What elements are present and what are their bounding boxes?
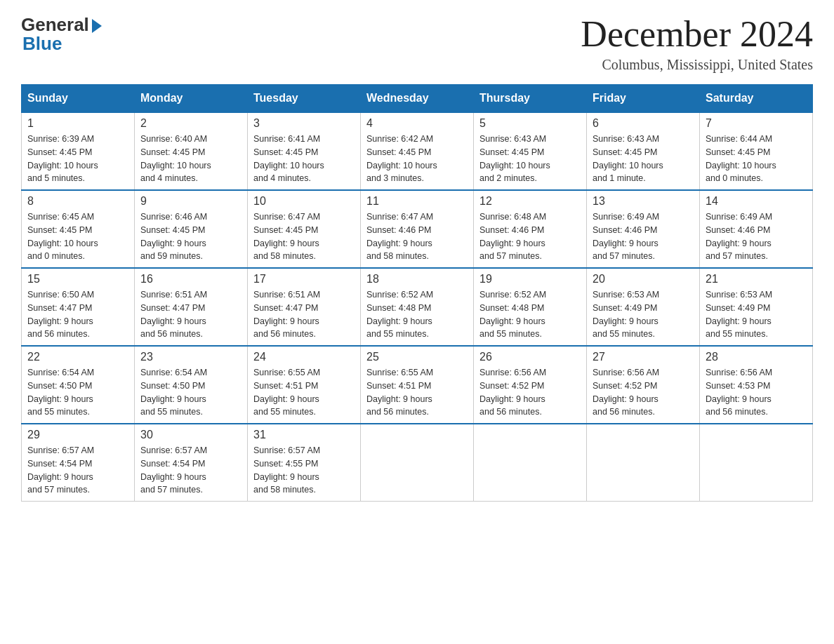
weekday-header-sunday: Sunday	[22, 85, 135, 113]
day-info: Sunrise: 6:57 AMSunset: 4:54 PMDaylight:…	[140, 444, 241, 497]
day-info: Sunrise: 6:49 AMSunset: 4:46 PMDaylight:…	[706, 210, 807, 263]
day-cell: 20Sunrise: 6:53 AMSunset: 4:49 PMDayligh…	[587, 268, 700, 346]
day-info: Sunrise: 6:52 AMSunset: 4:48 PMDaylight:…	[479, 288, 581, 341]
day-info: Sunrise: 6:47 AMSunset: 4:46 PMDaylight:…	[366, 210, 468, 263]
day-cell: 5Sunrise: 6:43 AMSunset: 4:45 PMDaylight…	[474, 112, 587, 190]
day-number: 3	[253, 117, 355, 130]
day-number: 24	[253, 351, 355, 363]
day-number: 23	[140, 351, 241, 363]
day-number: 9	[140, 195, 241, 208]
day-number: 14	[706, 195, 807, 208]
day-number: 5	[479, 117, 581, 130]
day-cell: 8Sunrise: 6:45 AMSunset: 4:45 PMDaylight…	[22, 190, 135, 268]
day-number: 17	[253, 273, 355, 286]
week-row-2: 8Sunrise: 6:45 AMSunset: 4:45 PMDaylight…	[22, 190, 813, 268]
day-number: 21	[706, 273, 807, 286]
day-number: 4	[366, 117, 468, 130]
day-number: 12	[479, 195, 581, 208]
day-cell: 14Sunrise: 6:49 AMSunset: 4:46 PMDayligh…	[700, 190, 813, 268]
title-block: December 2024 Columbus, Mississippi, Uni…	[581, 14, 813, 73]
weekday-header-friday: Friday	[587, 85, 700, 113]
day-cell: 4Sunrise: 6:42 AMSunset: 4:45 PMDaylight…	[361, 112, 474, 190]
day-number: 25	[366, 351, 468, 363]
day-cell: 13Sunrise: 6:49 AMSunset: 4:46 PMDayligh…	[587, 190, 700, 268]
location-title: Columbus, Mississippi, United States	[581, 57, 813, 73]
day-number: 27	[593, 351, 694, 363]
week-row-4: 22Sunrise: 6:54 AMSunset: 4:50 PMDayligh…	[22, 346, 813, 424]
day-info: Sunrise: 6:44 AMSunset: 4:45 PMDaylight:…	[706, 133, 807, 185]
day-cell: 28Sunrise: 6:56 AMSunset: 4:53 PMDayligh…	[700, 346, 813, 424]
day-cell: 2Sunrise: 6:40 AMSunset: 4:45 PMDaylight…	[135, 112, 248, 190]
day-number: 7	[706, 117, 807, 130]
weekday-header-monday: Monday	[135, 85, 248, 113]
day-info: Sunrise: 6:41 AMSunset: 4:45 PMDaylight:…	[253, 133, 355, 185]
day-cell: 26Sunrise: 6:56 AMSunset: 4:52 PMDayligh…	[474, 346, 587, 424]
weekday-header-thursday: Thursday	[474, 85, 587, 113]
day-cell: 12Sunrise: 6:48 AMSunset: 4:46 PMDayligh…	[474, 190, 587, 268]
week-row-5: 29Sunrise: 6:57 AMSunset: 4:54 PMDayligh…	[22, 424, 813, 502]
day-cell: 29Sunrise: 6:57 AMSunset: 4:54 PMDayligh…	[22, 424, 135, 502]
day-number: 8	[27, 195, 128, 208]
day-cell: 31Sunrise: 6:57 AMSunset: 4:55 PMDayligh…	[248, 424, 361, 502]
week-row-1: 1Sunrise: 6:39 AMSunset: 4:45 PMDaylight…	[22, 112, 813, 190]
day-cell: 11Sunrise: 6:47 AMSunset: 4:46 PMDayligh…	[361, 190, 474, 268]
day-info: Sunrise: 6:52 AMSunset: 4:48 PMDaylight:…	[366, 288, 468, 341]
day-info: Sunrise: 6:57 AMSunset: 4:54 PMDaylight:…	[27, 444, 128, 497]
day-cell: 6Sunrise: 6:43 AMSunset: 4:45 PMDaylight…	[587, 112, 700, 190]
day-number: 11	[366, 195, 468, 208]
day-cell: 3Sunrise: 6:41 AMSunset: 4:45 PMDaylight…	[248, 112, 361, 190]
calendar-table: SundayMondayTuesdayWednesdayThursdayFrid…	[21, 84, 813, 502]
day-cell	[474, 424, 587, 502]
day-info: Sunrise: 6:51 AMSunset: 4:47 PMDaylight:…	[253, 288, 355, 341]
day-number: 22	[27, 351, 128, 363]
day-number: 28	[706, 351, 807, 363]
day-info: Sunrise: 6:39 AMSunset: 4:45 PMDaylight:…	[27, 133, 128, 185]
day-number: 20	[593, 273, 694, 286]
day-number: 2	[140, 117, 241, 130]
day-cell	[587, 424, 700, 502]
logo-arrow-icon	[92, 19, 102, 33]
day-cell: 25Sunrise: 6:55 AMSunset: 4:51 PMDayligh…	[361, 346, 474, 424]
weekday-header-tuesday: Tuesday	[248, 85, 361, 113]
day-info: Sunrise: 6:55 AMSunset: 4:51 PMDaylight:…	[366, 366, 468, 419]
day-info: Sunrise: 6:45 AMSunset: 4:45 PMDaylight:…	[27, 210, 128, 263]
day-info: Sunrise: 6:50 AMSunset: 4:47 PMDaylight:…	[27, 288, 128, 341]
day-info: Sunrise: 6:56 AMSunset: 4:52 PMDaylight:…	[593, 366, 694, 419]
day-info: Sunrise: 6:56 AMSunset: 4:52 PMDaylight:…	[479, 366, 581, 419]
day-info: Sunrise: 6:46 AMSunset: 4:45 PMDaylight:…	[140, 210, 241, 263]
day-number: 15	[27, 273, 128, 286]
day-cell: 30Sunrise: 6:57 AMSunset: 4:54 PMDayligh…	[135, 424, 248, 502]
day-info: Sunrise: 6:54 AMSunset: 4:50 PMDaylight:…	[27, 366, 128, 419]
day-info: Sunrise: 6:42 AMSunset: 4:45 PMDaylight:…	[366, 133, 468, 185]
day-info: Sunrise: 6:40 AMSunset: 4:45 PMDaylight:…	[140, 133, 241, 185]
day-cell: 16Sunrise: 6:51 AMSunset: 4:47 PMDayligh…	[135, 268, 248, 346]
day-info: Sunrise: 6:43 AMSunset: 4:45 PMDaylight:…	[593, 133, 694, 185]
day-info: Sunrise: 6:47 AMSunset: 4:45 PMDaylight:…	[253, 210, 355, 263]
day-cell: 18Sunrise: 6:52 AMSunset: 4:48 PMDayligh…	[361, 268, 474, 346]
day-cell: 22Sunrise: 6:54 AMSunset: 4:50 PMDayligh…	[22, 346, 135, 424]
day-number: 30	[140, 429, 241, 441]
day-number: 13	[593, 195, 694, 208]
weekday-header-wednesday: Wednesday	[361, 85, 474, 113]
day-info: Sunrise: 6:57 AMSunset: 4:55 PMDaylight:…	[253, 444, 355, 497]
day-info: Sunrise: 6:48 AMSunset: 4:46 PMDaylight:…	[479, 210, 581, 263]
day-info: Sunrise: 6:53 AMSunset: 4:49 PMDaylight:…	[593, 288, 694, 341]
day-cell: 15Sunrise: 6:50 AMSunset: 4:47 PMDayligh…	[22, 268, 135, 346]
day-cell: 1Sunrise: 6:39 AMSunset: 4:45 PMDaylight…	[22, 112, 135, 190]
day-number: 1	[27, 117, 128, 130]
day-info: Sunrise: 6:51 AMSunset: 4:47 PMDaylight:…	[140, 288, 241, 341]
day-cell: 27Sunrise: 6:56 AMSunset: 4:52 PMDayligh…	[587, 346, 700, 424]
logo: General Blue	[21, 14, 102, 55]
day-info: Sunrise: 6:49 AMSunset: 4:46 PMDaylight:…	[593, 210, 694, 263]
week-row-3: 15Sunrise: 6:50 AMSunset: 4:47 PMDayligh…	[22, 268, 813, 346]
day-number: 10	[253, 195, 355, 208]
day-cell	[700, 424, 813, 502]
day-number: 18	[366, 273, 468, 286]
day-info: Sunrise: 6:54 AMSunset: 4:50 PMDaylight:…	[140, 366, 241, 419]
day-info: Sunrise: 6:55 AMSunset: 4:51 PMDaylight:…	[253, 366, 355, 419]
day-cell: 9Sunrise: 6:46 AMSunset: 4:45 PMDaylight…	[135, 190, 248, 268]
day-number: 26	[479, 351, 581, 363]
day-cell: 19Sunrise: 6:52 AMSunset: 4:48 PMDayligh…	[474, 268, 587, 346]
weekday-header-saturday: Saturday	[700, 85, 813, 113]
day-number: 16	[140, 273, 241, 286]
